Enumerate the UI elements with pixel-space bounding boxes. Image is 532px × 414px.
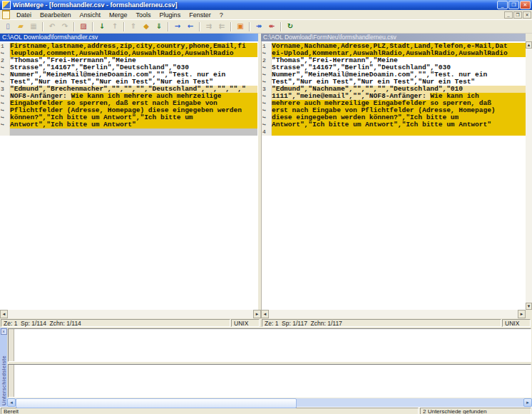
line-fill — [272, 128, 526, 136]
close-icon[interactable]: x — [1, 328, 7, 335]
line-number: 3 — [262, 86, 272, 93]
right-file-path-header[interactable]: C:\AOL Download\FormNeu\formshandlerneu.… — [261, 34, 526, 41]
winmerge-app-icon — [2, 1, 11, 9]
menu-tools[interactable]: Tools — [132, 11, 155, 19]
redo-button[interactable]: ↷ — [58, 21, 71, 32]
diff-pane-splitter[interactable] — [7, 362, 532, 364]
menu-merge[interactable]: Merge — [105, 11, 132, 19]
menu-help[interactable]: ? — [215, 11, 227, 19]
left-file-path-header[interactable]: C:\AOL Download\formshandler.csv — [0, 34, 258, 41]
editor-line[interactable]: 4 — [262, 128, 526, 136]
diff-detail-content[interactable] — [14, 365, 531, 397]
scroll-right-icon[interactable]: ► — [518, 310, 526, 318]
right-horizontal-scrollbar[interactable]: ◄ ► — [261, 310, 526, 318]
copy-right-and-advance-button[interactable]: ↠ — [252, 21, 265, 32]
first-difference-button[interactable]: ⇑ — [127, 21, 140, 32]
line-fill — [491, 100, 526, 107]
all-left-button[interactable]: ⇇ — [215, 21, 228, 32]
mdi-close-button[interactable]: ✕ — [523, 11, 531, 19]
vertical-scroll-track[interactable] — [526, 49, 532, 303]
diff-detail-left[interactable] — [8, 328, 531, 362]
line-fill — [246, 43, 257, 50]
mdi-minimize-button[interactable]: _ — [504, 11, 513, 19]
line-number — [0, 128, 10, 136]
pane-headers: C:\AOL Download\formshandler.csv C:\AOL … — [0, 34, 532, 41]
scroll-left-icon[interactable]: ◄ — [0, 310, 8, 318]
scroll-thumb[interactable] — [16, 398, 297, 408]
mdi-restore-button[interactable]: ❐ — [513, 11, 522, 19]
right-editor[interactable]: 1Vorname,Nachname,Adresse,PLZ,Stadt,Land… — [262, 41, 526, 310]
undo-icon: ↶ — [49, 21, 55, 32]
diff-pane-horizontal-scrollbar[interactable]: ◄ ► — [7, 398, 532, 407]
scroll-left-icon[interactable]: ◄ — [261, 310, 269, 318]
save-button[interactable]: ▦ — [27, 21, 40, 32]
menu-ansicht[interactable]: Ansicht — [76, 11, 106, 19]
editor-line[interactable]: ↪Antwort","Ich bitte um Antwort" — [0, 121, 257, 128]
menu-plugins[interactable]: Plugins — [155, 11, 185, 19]
toolbar-separator — [199, 22, 200, 31]
open-folder-button[interactable]: ▰ — [14, 21, 27, 32]
scroll-right-icon[interactable]: ► — [523, 398, 532, 407]
text-segment: Antwort","Ich bitte um Antwort","Ich bit… — [272, 121, 491, 128]
copy-left-and-advance-button[interactable]: ↞ — [265, 21, 278, 32]
copy-right-icon: → — [175, 21, 180, 32]
toolbar: ▯▰▦↶↷▨↓↑⇑◆⇓→←⇉⇇▣↠↞↻ — [0, 20, 532, 34]
wrap-indicator: ↪ — [0, 50, 10, 57]
wrap-indicator: ↪ — [262, 107, 272, 114]
line-fill — [491, 121, 526, 128]
options-button[interactable]: ▨ — [77, 21, 90, 32]
wrap-indicator: ↪ — [0, 79, 10, 86]
menu-bearbeiten[interactable]: Bearbeiten — [36, 11, 76, 19]
last-difference-button[interactable]: ⇓ — [153, 21, 165, 32]
menu-datei[interactable]: Datei — [12, 11, 36, 19]
undo-button[interactable]: ↶ — [46, 21, 58, 32]
current-difference-icon: ◆ — [143, 21, 149, 32]
restore-button[interactable]: ❐ — [508, 1, 519, 9]
save-icon: ▦ — [30, 21, 36, 32]
vertical-scrollbar[interactable]: ▲ ▼ — [526, 41, 532, 310]
left-horizontal-scrollbar[interactable]: ◄ ► — [0, 310, 261, 318]
diff-detail-right[interactable] — [8, 364, 531, 398]
line-fill — [234, 50, 257, 57]
wrap-indicator: ↪ — [0, 93, 10, 100]
refresh-button[interactable]: ↻ — [284, 21, 297, 32]
last-difference-icon: ⇓ — [156, 21, 162, 32]
auto-merge-button[interactable]: ▣ — [234, 21, 247, 32]
right-eol-style: UNIX — [502, 319, 531, 327]
right-hscroll-track[interactable] — [269, 310, 518, 318]
previous-difference-button[interactable]: ↑ — [108, 21, 121, 32]
editor-line[interactable]: ↪Antwort","Ich bitte um Antwort","Ich bi… — [262, 121, 526, 128]
copy-right-button[interactable]: → — [171, 21, 184, 32]
toolbar-separator — [230, 22, 232, 31]
scroll-left-icon[interactable]: ◄ — [7, 398, 16, 407]
wrap-indicator: ↪ — [262, 71, 272, 79]
winmerge-window: WinMerge - [formshandler.csv - formshand… — [0, 0, 532, 414]
current-difference-button[interactable]: ◆ — [140, 21, 153, 32]
scroll-down-icon[interactable]: ▼ — [526, 303, 532, 310]
next-difference-button[interactable]: ↓ — [96, 21, 108, 32]
diff-detail-pane: x Unterschiedsleiste ◄ ► — [0, 328, 532, 407]
menu-fenster[interactable]: Fenster — [185, 11, 215, 19]
scroll-up-icon[interactable]: ▲ — [526, 41, 532, 49]
text-segment: Antwort","Ich bitte um Antwort" — [10, 121, 136, 128]
left-hscroll-track[interactable] — [8, 310, 253, 318]
close-button[interactable]: ✕ — [520, 1, 531, 9]
new-file-button[interactable]: ▯ — [1, 21, 14, 32]
editor-line[interactable] — [0, 128, 257, 136]
wrap-indicator: ↪ — [0, 121, 10, 128]
wrap-indicator: ↪ — [0, 100, 10, 107]
diff-pane-title: Unterschiedsleiste — [1, 335, 7, 407]
scroll-right-icon[interactable]: ► — [253, 310, 261, 318]
minimize-button[interactable]: _ — [497, 1, 508, 9]
wrap-indicator: ↪ — [262, 100, 272, 107]
all-right-button[interactable]: ⇉ — [203, 21, 215, 32]
line-fill — [221, 93, 257, 100]
diff-detail-content[interactable] — [14, 329, 531, 361]
diff-pane-caption: x Unterschiedsleiste — [0, 328, 7, 407]
diff-pane-scroll-track[interactable] — [16, 398, 523, 407]
wrap-indicator: ↪ — [0, 114, 10, 121]
copy-left-icon: ← — [188, 21, 193, 32]
copy-left-button[interactable]: ← — [184, 21, 197, 32]
line-number: 3 — [0, 86, 10, 93]
left-editor[interactable]: 1Firstname,lastname,address,zip,city,cou… — [0, 41, 257, 310]
